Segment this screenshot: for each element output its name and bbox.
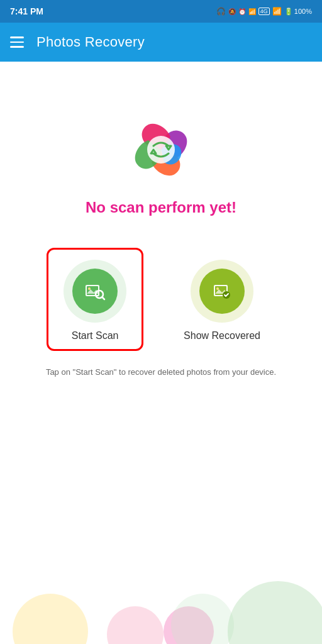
- show-photo-icon: [211, 282, 233, 301]
- hamburger-line-1: [10, 36, 24, 38]
- show-recovered-button[interactable]: Show Recovered: [169, 250, 275, 349]
- action-buttons-row: Start Scan: [0, 248, 322, 351]
- status-bar: 7:41 PM 🎧 🔕 ⏰ 📶 4G 📶 🔋 100%: [0, 0, 322, 23]
- headphones-icon: 🎧: [216, 7, 226, 16]
- wifi-icon: 📶: [272, 7, 282, 16]
- start-scan-label: Start Scan: [72, 330, 119, 341]
- app-title: Photos Recovery: [36, 34, 145, 50]
- menu-button[interactable]: [10, 36, 24, 48]
- start-scan-inner-circle: [72, 269, 118, 314]
- start-scan-button[interactable]: Start Scan: [47, 248, 143, 351]
- app-logo: [130, 118, 192, 181]
- show-recovered-inner-circle: [199, 269, 245, 314]
- scan-photo-icon: [84, 282, 106, 301]
- svg-point-4: [88, 287, 91, 290]
- alarm-icon: ⏰: [238, 8, 246, 15]
- mute-icon: 🔕: [228, 8, 236, 15]
- battery-icon: 🔋: [284, 8, 293, 16]
- svg-line-6: [103, 297, 105, 300]
- signal-icon: 📶: [248, 8, 256, 15]
- hamburger-line-3: [10, 46, 24, 48]
- hamburger-line-2: [10, 42, 24, 43]
- bubble-green-small: [171, 594, 234, 644]
- bubble-green-large: [228, 581, 322, 644]
- helper-text: Tap on "Start Scan" to recover deleted p…: [27, 366, 295, 379]
- svg-point-10: [216, 287, 219, 290]
- bubble-yellow: [13, 594, 88, 644]
- bubble-pink: [164, 606, 214, 644]
- network-icon: 4G: [258, 8, 270, 15]
- app-bar: Photos Recovery: [0, 23, 322, 62]
- show-recovered-label: Show Recovered: [184, 330, 260, 341]
- status-time: 7:41 PM: [10, 6, 43, 16]
- decorative-bubbles: [0, 518, 322, 644]
- svg-point-0: [147, 136, 175, 164]
- status-icons: 🎧 🔕 ⏰ 📶 4G 📶 🔋 100%: [216, 7, 312, 16]
- battery-indicator: 🔋 100%: [284, 8, 312, 16]
- main-content: No scan perform yet!: [0, 62, 322, 644]
- show-recovered-outer-circle: [191, 260, 253, 323]
- battery-percent: 100%: [294, 8, 312, 15]
- no-scan-message: No scan perform yet!: [86, 199, 236, 216]
- bubble-pink-light: [107, 606, 164, 644]
- start-scan-outer-circle: [64, 260, 126, 323]
